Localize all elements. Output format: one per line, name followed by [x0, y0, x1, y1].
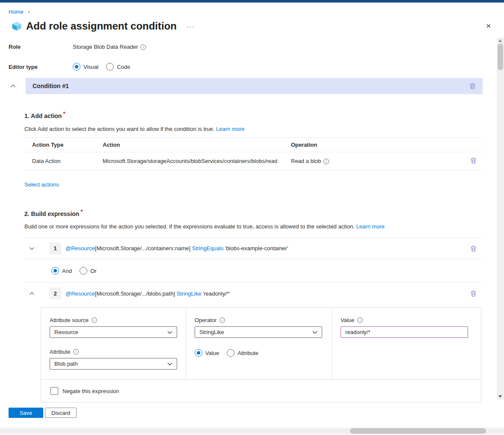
scroll-up-arrow-icon[interactable] [498, 39, 502, 42]
radio-label: Or [90, 268, 96, 274]
radio-icon [227, 349, 234, 357]
role-value: Storage Blob Data Reader [73, 44, 138, 50]
editor-type-label: Editor type [9, 64, 73, 70]
value-input[interactable] [341, 326, 468, 338]
vertical-scroll-thumb[interactable] [498, 44, 503, 70]
chevron-down-icon [167, 362, 172, 366]
add-action-heading-text: 1. Add action [24, 112, 62, 119]
operator-type-value-radio[interactable]: Value [195, 349, 219, 357]
attribute-info-icon[interactable] [73, 349, 79, 355]
delete-condition-trash-icon[interactable] [469, 83, 476, 89]
expression-1-summary: @Resource[Microsoft.Storage/.../containe… [65, 245, 288, 252]
condition-title: Condition #1 [33, 83, 69, 89]
expression-list: 1 @Resource[Microsoft.Storage/.../contai… [24, 237, 483, 304]
expression-2-index: 2 [49, 287, 61, 299]
blade-header: Add role assignment condition ··· ✕ [12, 20, 504, 33]
horizontal-scroll-thumb[interactable] [350, 428, 486, 434]
operator-type-radios: Value Attribute [195, 349, 323, 357]
more-options-button[interactable]: ··· [184, 21, 197, 31]
page-title: Add role assignment condition [26, 20, 177, 32]
value-column: Value [332, 308, 481, 379]
attribute-source-label: Attribute source [50, 317, 89, 323]
discard-button[interactable]: Discard [45, 408, 77, 418]
build-expression-learn-more-link[interactable]: Learn more [356, 223, 384, 230]
breadcrumb-home-link[interactable]: Home [9, 9, 24, 15]
attribute-column: Attribute source Resource Attribute Blob… [41, 308, 186, 379]
radio-label: Code [117, 64, 130, 70]
select-actions-link[interactable]: Select actions [24, 181, 59, 188]
expression-1-chevron-down-icon[interactable] [24, 247, 49, 250]
delete-expression-1-trash-icon[interactable] [470, 245, 477, 252]
attribute-source-label-row: Attribute source [50, 317, 177, 323]
vertical-scrollbar[interactable] [497, 38, 504, 400]
attribute-label-row: Attribute [50, 349, 177, 355]
role-label: Role [9, 44, 73, 50]
condition-body: 1. Add action* Click Add action to selec… [0, 110, 504, 402]
negate-checkbox[interactable] [50, 387, 58, 395]
logical-operator-row: And Or [24, 259, 483, 283]
expression-1-path: [Microsoft.Storage/.../containers:name] [95, 245, 190, 252]
editor-type-row: Editor type Visual Code [0, 62, 504, 71]
footer-actions: Save Discard [9, 408, 77, 418]
radio-icon [73, 63, 80, 71]
condition-section-header: Condition #1 [0, 78, 504, 94]
role-info-icon[interactable] [140, 44, 146, 50]
expression-editor-panel: Attribute source Resource Attribute Blob… [41, 307, 481, 380]
column-header-action: Action [95, 137, 283, 152]
chevron-down-icon [167, 331, 172, 334]
editor-type-visual-radio[interactable]: Visual [73, 63, 98, 71]
attribute-source-dropdown[interactable]: Resource [50, 326, 177, 338]
value-info-icon[interactable] [357, 317, 363, 323]
radio-label: Visual [83, 64, 98, 70]
condition-collapse-chevron-up-icon[interactable] [0, 84, 26, 88]
delete-action-trash-icon[interactable] [470, 157, 477, 164]
add-action-learn-more-link[interactable]: Learn more [216, 126, 244, 132]
radio-label: Attribute [237, 350, 258, 356]
expression-2-operator-link[interactable]: StringLike [177, 290, 202, 297]
expression-1-resource-link[interactable]: @Resource [65, 245, 95, 252]
expression-2-path: [Microsoft.Storage/.../blobs:path] [95, 290, 175, 297]
expression-1-value: 'blobs-example-container' [225, 245, 288, 252]
attribute-dropdown[interactable]: Blob path [50, 358, 177, 370]
column-header-action-type: Action Type [24, 137, 95, 152]
attribute-source-info-icon[interactable] [92, 317, 97, 323]
add-action-description: Click Add action to select the actions y… [24, 126, 483, 133]
chevron-down-icon [312, 331, 317, 334]
cell-action-type: Data Action [24, 152, 95, 170]
scroll-down-arrow-icon[interactable] [498, 395, 502, 398]
operator-info-icon[interactable] [219, 317, 225, 323]
cell-delete [462, 152, 483, 170]
close-button[interactable]: ✕ [484, 21, 493, 32]
expression-2-resource-link[interactable]: @Resource [65, 290, 95, 297]
breadcrumb: Home › [0, 3, 504, 15]
save-button[interactable]: Save [9, 408, 43, 418]
editor-type-code-radio[interactable]: Code [106, 63, 130, 71]
table-row: Data Action Microsoft.Storage/storageAcc… [24, 152, 483, 170]
expression-2-summary: @Resource[Microsoft.Storage/.../blobs:pa… [65, 290, 230, 297]
condition-header-bar[interactable]: Condition #1 [26, 78, 483, 94]
operation-info-icon[interactable] [323, 159, 329, 164]
build-expression-description-text: Build one or more expressions for the ac… [24, 223, 355, 230]
expression-2-chevron-up-icon[interactable] [24, 292, 49, 295]
logical-and-radio[interactable]: And [51, 267, 72, 275]
negate-label: Negate this expression [62, 388, 119, 394]
operator-label: Operator [195, 317, 216, 323]
build-expression-heading: 2. Build expression* [24, 208, 483, 217]
cell-operation: Read a blob [283, 152, 462, 170]
radio-icon [106, 63, 114, 71]
breadcrumb-separator-icon: › [28, 9, 30, 15]
expression-2-value: 'readonly/*' [203, 290, 230, 297]
logical-or-radio[interactable]: Or [80, 267, 96, 275]
required-asterisk: * [63, 110, 65, 117]
add-action-description-text: Click Add action to select the actions y… [24, 126, 214, 132]
build-expression-description: Build one or more expressions for the ac… [24, 223, 483, 230]
operator-label-row: Operator [195, 317, 323, 323]
value-label: Value [341, 317, 354, 323]
operator-type-attribute-radio[interactable]: Attribute [227, 349, 258, 357]
operator-dropdown[interactable]: StringLike [195, 326, 322, 338]
expression-1-operator-link[interactable]: StringEquals [192, 245, 224, 252]
horizontal-scrollbar[interactable] [0, 428, 504, 434]
expression-1-index: 1 [49, 243, 61, 254]
delete-expression-2-trash-icon[interactable] [470, 290, 477, 297]
build-expression-heading-text: 2. Build expression [24, 210, 79, 217]
